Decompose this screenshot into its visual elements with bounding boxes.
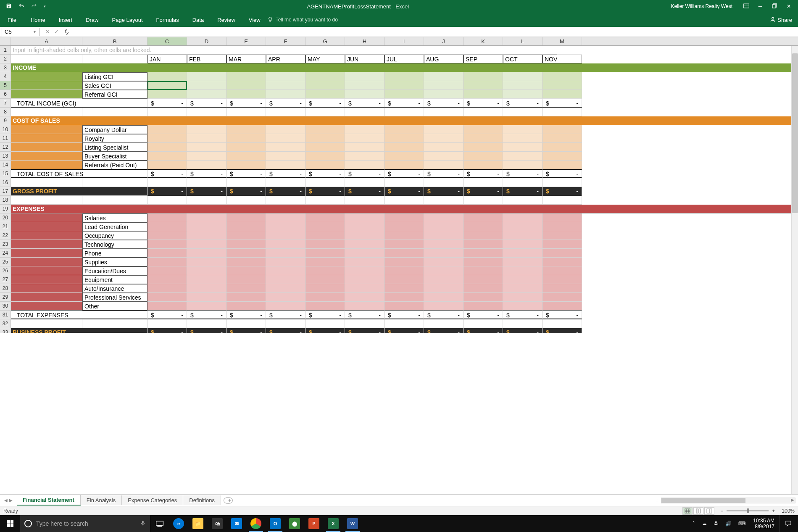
cell[interactable] bbox=[266, 222, 306, 231]
row-header[interactable]: 32 bbox=[0, 319, 11, 328]
cell[interactable] bbox=[385, 240, 424, 249]
cell[interactable] bbox=[503, 319, 543, 328]
zoom-value[interactable]: 100% bbox=[782, 508, 795, 514]
cell[interactable] bbox=[226, 213, 266, 222]
cell[interactable]: JUN bbox=[345, 55, 385, 63]
cell[interactable]: $- bbox=[424, 169, 464, 178]
cell[interactable] bbox=[503, 275, 543, 284]
cell[interactable]: $- bbox=[543, 169, 582, 178]
cell[interactable]: Company Dollar bbox=[82, 125, 147, 134]
cell[interactable] bbox=[424, 178, 464, 187]
cell[interactable]: MAY bbox=[306, 55, 345, 63]
cell[interactable] bbox=[187, 81, 226, 90]
col-header-i[interactable]: I bbox=[385, 37, 424, 45]
cell[interactable] bbox=[187, 213, 226, 222]
cell[interactable] bbox=[266, 196, 306, 205]
cell[interactable] bbox=[11, 81, 82, 90]
cell[interactable] bbox=[187, 125, 226, 134]
cell[interactable] bbox=[503, 134, 543, 143]
cell[interactable]: JAN bbox=[147, 55, 187, 63]
cell[interactable] bbox=[82, 108, 147, 116]
cell[interactable] bbox=[306, 302, 345, 311]
cell[interactable] bbox=[543, 284, 582, 293]
cell[interactable] bbox=[503, 240, 543, 249]
cell[interactable]: OCT bbox=[503, 55, 543, 63]
cell[interactable] bbox=[187, 275, 226, 284]
taskbar-search[interactable]: Type here to search bbox=[20, 515, 150, 532]
cell[interactable] bbox=[147, 258, 187, 266]
cell[interactable] bbox=[543, 258, 582, 266]
cell[interactable]: $- bbox=[226, 169, 266, 178]
cell[interactable] bbox=[464, 108, 503, 116]
cell[interactable] bbox=[11, 275, 82, 284]
cell[interactable] bbox=[345, 134, 385, 143]
cell[interactable]: $- bbox=[464, 311, 503, 319]
tray-network-icon[interactable]: 🖧 bbox=[711, 519, 721, 528]
cell[interactable] bbox=[82, 55, 147, 63]
cell[interactable] bbox=[345, 231, 385, 240]
cell[interactable] bbox=[503, 125, 543, 134]
cell[interactable]: $- bbox=[345, 187, 385, 196]
row-header[interactable]: 6 bbox=[0, 90, 11, 99]
cell[interactable]: $- bbox=[464, 187, 503, 196]
cell[interactable]: $- bbox=[503, 99, 543, 108]
cell[interactable] bbox=[385, 178, 424, 187]
cell[interactable] bbox=[464, 196, 503, 205]
row-header[interactable]: 20 bbox=[0, 213, 11, 222]
cell[interactable] bbox=[187, 90, 226, 99]
col-header-b[interactable]: B bbox=[82, 37, 147, 45]
cell[interactable] bbox=[464, 213, 503, 222]
taskbar-excel[interactable]: X bbox=[324, 515, 343, 532]
cell[interactable]: APR bbox=[266, 55, 306, 63]
row-header[interactable]: 12 bbox=[0, 143, 11, 152]
cell[interactable]: Salaries bbox=[82, 213, 147, 222]
cell[interactable] bbox=[11, 266, 82, 275]
taskbar-store[interactable]: 🛍 bbox=[208, 515, 227, 532]
col-header-h[interactable]: H bbox=[345, 37, 385, 45]
cell[interactable] bbox=[424, 152, 464, 161]
cell[interactable] bbox=[11, 319, 82, 328]
cell[interactable]: $- bbox=[424, 187, 464, 196]
cell[interactable] bbox=[147, 196, 187, 205]
sheet-tab-definitions[interactable]: Definitions bbox=[183, 495, 221, 505]
cell[interactable] bbox=[266, 240, 306, 249]
cell[interactable] bbox=[306, 90, 345, 99]
qat-customize-icon[interactable]: ▾ bbox=[41, 3, 48, 10]
cell[interactable] bbox=[306, 152, 345, 161]
cell[interactable]: $- bbox=[306, 311, 345, 319]
horizontal-scrollbar[interactable]: ◀ ▶ bbox=[661, 498, 795, 503]
cell[interactable] bbox=[306, 196, 345, 205]
cell[interactable]: Other bbox=[82, 302, 147, 311]
cell[interactable] bbox=[385, 152, 424, 161]
formula-input[interactable] bbox=[72, 28, 798, 36]
cell[interactable] bbox=[424, 81, 464, 90]
cell[interactable] bbox=[226, 284, 266, 293]
cell[interactable] bbox=[306, 161, 345, 169]
cell[interactable] bbox=[187, 293, 226, 302]
cell[interactable]: $- bbox=[345, 169, 385, 178]
cell[interactable]: $- bbox=[306, 187, 345, 196]
cell[interactable]: $- bbox=[187, 169, 226, 178]
cell[interactable]: $- bbox=[187, 311, 226, 319]
view-page-layout-button[interactable] bbox=[693, 507, 703, 515]
cell[interactable] bbox=[345, 108, 385, 116]
cell[interactable] bbox=[187, 249, 226, 258]
row-header[interactable]: 17 bbox=[0, 187, 11, 196]
cell[interactable] bbox=[503, 178, 543, 187]
cell[interactable] bbox=[226, 81, 266, 90]
cell[interactable] bbox=[187, 72, 226, 81]
row-header[interactable]: 5 bbox=[0, 81, 11, 90]
cell[interactable] bbox=[147, 125, 187, 134]
row-header[interactable]: 28 bbox=[0, 284, 11, 293]
view-page-break-button[interactable] bbox=[704, 507, 714, 515]
cell[interactable]: $- bbox=[187, 328, 226, 333]
tab-insert[interactable]: Insert bbox=[52, 13, 79, 26]
cell[interactable] bbox=[345, 125, 385, 134]
view-normal-button[interactable] bbox=[682, 507, 693, 515]
taskbar-chrome[interactable] bbox=[246, 515, 266, 532]
tray-ime-icon[interactable]: ⌨ bbox=[736, 519, 748, 528]
cell[interactable] bbox=[226, 249, 266, 258]
cell[interactable] bbox=[503, 196, 543, 205]
cell[interactable] bbox=[424, 161, 464, 169]
cell[interactable] bbox=[226, 266, 266, 275]
